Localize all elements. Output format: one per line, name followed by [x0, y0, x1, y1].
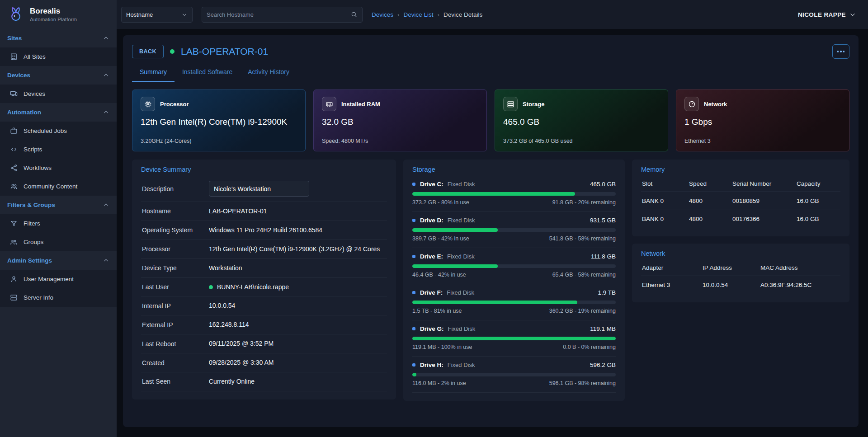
search-icon[interactable] [350, 11, 358, 18]
breadcrumb-devices[interactable]: Devices [372, 11, 393, 18]
cell-speed: 4800 [689, 216, 732, 222]
breadcrumb-current: Device Details [443, 11, 482, 18]
hostname-filter-value: Hostname [126, 11, 153, 18]
sidebar-item-filters[interactable]: Filters [0, 214, 117, 233]
drive-remaining-text: 65.4 GB - 58% remaining [552, 272, 616, 278]
stat-footer: 373.2 GB of 465.0 GB used [503, 138, 660, 144]
summary-label: Hostname [142, 207, 198, 215]
breadcrumb-separator: › [438, 11, 440, 18]
drive-name: Drive F: [420, 289, 443, 296]
cpu-icon [141, 97, 155, 111]
sidebar-item-scheduled-jobs[interactable]: Scheduled Jobs [0, 122, 117, 140]
sidebar-item-devices[interactable]: Devices [0, 85, 117, 103]
hostname-filter-select[interactable]: Hostname [121, 7, 193, 23]
drive-name: Drive E: [420, 253, 443, 260]
chevron-down-icon [849, 11, 856, 18]
summary-label: Operating System [142, 226, 198, 234]
summary-row: Operating System Windows 11 Pro 24H2 Bui… [141, 221, 387, 240]
summary-row: Created 09/28/2025 @ 3:30 AM [141, 353, 387, 372]
device-summary-card: Device Summary Description Hostname LAB-… [132, 160, 396, 399]
summary-value: Currently Online [209, 377, 386, 386]
summary-label: Device Type [142, 264, 198, 272]
drive-type: Fixed Disk [447, 289, 474, 296]
sidebar-item-user-management[interactable]: User Management [0, 270, 117, 288]
memory-table-header: Slot Speed Serial Number Capacity [641, 176, 840, 192]
search-box [202, 7, 363, 23]
drive-row-c: Drive C: Fixed Disk 465.0 GB 373.2 GB - … [412, 176, 616, 212]
more-actions-button[interactable] [832, 44, 849, 59]
back-button[interactable]: BACK [132, 45, 164, 58]
summary-value: 09/11/2025 @ 3:52 PM [209, 339, 386, 348]
breadcrumb-separator: › [397, 11, 400, 18]
drive-usage-bar [412, 192, 616, 196]
sidebar-item-all-sites[interactable]: All Sites [0, 47, 117, 66]
drive-name: Drive G: [420, 325, 444, 332]
user-menu[interactable]: NICOLE RAPPE [798, 11, 856, 18]
section-label: Automation [7, 109, 41, 116]
search-input[interactable] [207, 11, 347, 18]
summary-value: Windows 11 Pro 24H2 Build 26100.6584 [209, 226, 386, 235]
summary-value: Workstation [209, 264, 386, 273]
stat-card-network: Network 1 Gbps Ethernet 3 [676, 89, 849, 151]
tab-summary[interactable]: Summary [132, 62, 175, 82]
drive-remaining-text: 360.2 GB - 19% remaining [549, 308, 616, 314]
chevron-up-icon [103, 257, 109, 264]
drive-row-h: Drive H: Fixed Disk 596.2 GB 116.0 MB - … [412, 357, 616, 393]
summary-value: 162.248.8.114 [209, 320, 386, 329]
drive-used-text: 373.2 GB - 80% in use [412, 199, 469, 206]
sidebar: Borealis Automation Platform Sites All S… [0, 0, 117, 437]
sidebar-section-admin-settings[interactable]: Admin Settings [0, 251, 117, 270]
column-header: MAC Address [760, 264, 840, 271]
cell-capacity: 16.0 GB [797, 216, 840, 222]
sidebar-section-devices[interactable]: Devices [0, 66, 117, 85]
drive-usage-bar [412, 228, 616, 232]
column-header: Speed [689, 180, 732, 187]
drive-bullet-icon [412, 183, 415, 186]
drive-usage-bar [412, 337, 616, 340]
topbar: Hostname Devices › Device List › Device … [117, 0, 868, 29]
summary-label: Description [142, 185, 198, 193]
summary-label: Last User [142, 283, 198, 291]
cell-serial: 00180859 [732, 197, 797, 204]
stat-value: 1 Gbps [684, 117, 841, 127]
sidebar-section-filters-groups[interactable]: Filters & Groups [0, 196, 117, 214]
column-header: Capacity [797, 180, 840, 187]
drive-bullet-icon [412, 219, 415, 222]
main-area: Hostname Devices › Device List › Device … [117, 0, 868, 437]
drive-usage-bar [412, 373, 616, 376]
storage-card: Storage Drive C: Fixed Disk 465.0 GB 373… [403, 160, 625, 401]
drive-name: Drive C: [420, 181, 443, 188]
tab-installed-software[interactable]: Installed Software [175, 62, 240, 82]
drive-name: Drive D: [420, 217, 443, 224]
breadcrumb-device-list[interactable]: Device List [404, 11, 434, 18]
tab-activity-history[interactable]: Activity History [240, 62, 297, 82]
drive-type: Fixed Disk [447, 253, 475, 260]
brand-subtitle: Automation Platform [30, 17, 77, 22]
drive-type: Fixed Disk [448, 181, 475, 188]
drive-used-text: 119.1 MB - 100% in use [412, 344, 472, 350]
sidebar-item-groups[interactable]: Groups [0, 233, 117, 251]
cell-speed: 4800 [689, 197, 732, 204]
cell-adapter: Ethernet 3 [642, 282, 703, 288]
sidebar-item-scripts[interactable]: Scripts [0, 140, 117, 159]
sidebar-item-server-info[interactable]: Server Info [0, 288, 117, 307]
cell-mac: A0:36:9F:94:26:5C [760, 282, 840, 288]
right-column: Memory Slot Speed Serial Number Capacity… [632, 160, 849, 302]
drive-remaining-text: 0.0 B - 0% remaining [563, 344, 616, 350]
column-header: Adapter [642, 264, 703, 271]
stat-value: 465.0 GB [503, 117, 660, 127]
user-icon [10, 275, 18, 283]
sidebar-item-workflows[interactable]: Workflows [0, 159, 117, 177]
description-input[interactable] [209, 181, 309, 197]
drive-usage-bar [412, 301, 616, 304]
tabs: Summary Installed Software Activity Hist… [132, 62, 849, 82]
sidebar-section-automation[interactable]: Automation [0, 103, 117, 122]
drive-used-text: 46.4 GB - 42% in use [412, 272, 466, 278]
drive-name: Drive H: [420, 362, 443, 368]
drive-bullet-icon [412, 363, 415, 367]
sidebar-item-community-content[interactable]: Community Content [0, 177, 117, 196]
chevron-up-icon [103, 109, 109, 116]
sidebar-section-sites[interactable]: Sites [0, 29, 117, 47]
drive-used-text: 116.0 MB - 2% in use [412, 380, 466, 386]
network-icon [684, 97, 699, 111]
